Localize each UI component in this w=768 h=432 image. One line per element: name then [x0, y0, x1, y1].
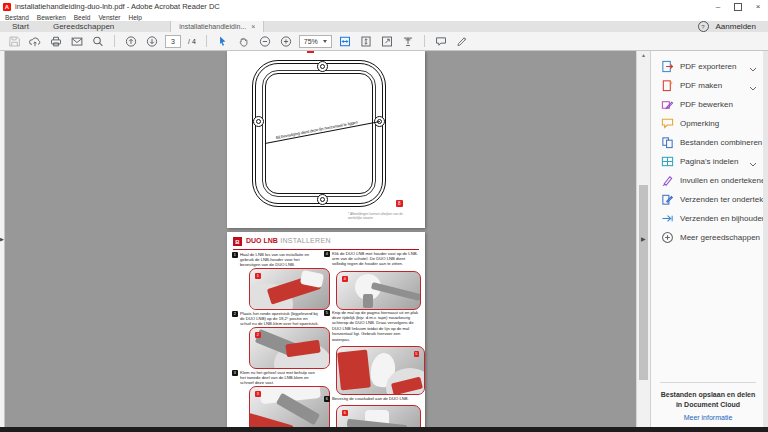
page-number-input[interactable]: 3	[165, 35, 181, 48]
sign-in-button[interactable]: Aanmelden	[716, 22, 756, 31]
print-icon[interactable]	[48, 34, 64, 49]
scroll-up-icon[interactable]: ▲	[637, 51, 650, 60]
main-toolbar: 3 / 4 75%	[0, 32, 768, 51]
more-tools-icon	[661, 231, 674, 244]
step-number: 4	[324, 251, 330, 257]
chevron-down-icon[interactable]	[749, 153, 757, 171]
tab-close-icon[interactable]: ×	[251, 23, 255, 30]
window-controls: – ×	[708, 0, 768, 13]
search-icon[interactable]	[90, 34, 106, 49]
title-bar: A installatiehandleiding-duo-lnb.pdf - A…	[0, 0, 768, 13]
tool-combine-files[interactable]: Bestanden combineren	[651, 133, 763, 152]
navigation-pane-strip: ▶	[0, 51, 5, 432]
step-text: Klem nu het geheel vast met behulp van h…	[240, 370, 319, 386]
section-title-strong: DUO LNB	[246, 237, 278, 244]
step-text: Knip de mal op de pagina hiernaast uit e…	[332, 310, 419, 343]
next-page-icon[interactable]	[144, 34, 160, 49]
tab-start[interactable]: Start	[0, 21, 41, 32]
chevron-down-icon[interactable]	[749, 77, 757, 95]
tool-label: Verzenden en bijhouden	[680, 214, 766, 223]
tool-export-pdf[interactable]: PDF exporteren	[651, 57, 763, 76]
menu-help[interactable]: Help	[128, 14, 141, 21]
tool-label: Bestanden combineren	[680, 138, 762, 147]
menu-bewerken[interactable]: Bewerken	[37, 14, 66, 21]
zoom-level-value: 75%	[304, 38, 318, 45]
tab-gereedschappen[interactable]: Gereedschappen	[41, 21, 126, 32]
tool-edit-pdf[interactable]: PDF bewerken	[651, 95, 763, 114]
tool-create-pdf[interactable]: PDF maken	[651, 76, 763, 95]
share-cloud-icon[interactable]	[27, 34, 43, 49]
photo-number-badge: 2	[255, 332, 261, 338]
step-photo-3: 3	[249, 386, 330, 432]
tabbar-right-group: ? Aanmelden	[698, 21, 768, 32]
select-tool-icon[interactable]	[215, 34, 231, 49]
zoom-dropdown-arrow-icon	[323, 40, 327, 43]
screw-left-icon	[253, 116, 264, 127]
tool-label: PDF maken	[680, 81, 722, 90]
menu-beeld[interactable]: Beeld	[74, 14, 91, 21]
navigation-pane-expand-icon[interactable]: ▶	[0, 237, 4, 242]
close-button[interactable]: ×	[748, 0, 768, 13]
step-text: Klik de DUO LNB met houder vast op de LN…	[332, 251, 419, 267]
zoom-out-icon[interactable]	[257, 34, 273, 49]
fill-sign-pen-icon	[661, 174, 674, 187]
step-number: 2	[232, 311, 238, 317]
step-number: 1	[232, 252, 238, 258]
toolbar-separator	[424, 35, 425, 47]
tool-more-tools[interactable]: Meer gereedschappen	[651, 228, 763, 247]
previous-page-icon[interactable]	[123, 34, 139, 49]
screw-bottom-icon	[317, 194, 328, 205]
menu-venster[interactable]: Venster	[98, 14, 120, 21]
fullscreen-icon[interactable]	[379, 34, 395, 49]
tool-send-for-signature[interactable]: Verzenden ter ondertekening	[651, 190, 763, 209]
tab-document-active[interactable]: installatiehandleidin... ×	[170, 21, 264, 32]
step-number: 5	[324, 310, 330, 316]
step-text: Haal de LNB los van uw installatie en ge…	[240, 252, 319, 268]
send-track-icon	[661, 212, 674, 225]
hand-tool-icon[interactable]	[236, 34, 252, 49]
cloud-footer-text: Bestanden opslaan en delen in Document C…	[660, 390, 756, 409]
bottom-edge-bar	[0, 427, 768, 432]
help-icon[interactable]: ?	[698, 21, 709, 32]
step-photo-1: 1	[249, 268, 330, 310]
email-icon[interactable]	[69, 34, 85, 49]
photo-number-badge: 3	[255, 391, 261, 397]
tab-document-label: installatiehandleidin...	[179, 23, 246, 30]
tool-label: PDF exporteren	[680, 62, 736, 71]
footnote-text: * Afbeeldingen kunnen afwijken van de we…	[348, 212, 414, 220]
photo-number-badge: 5	[414, 351, 420, 357]
tool-send-track[interactable]: Verzenden en bijhouden	[651, 209, 763, 228]
window-title: installatiehandleiding-duo-lnb.pdf - Ado…	[15, 2, 708, 11]
tab-bar: Start Gereedschappen installatiehandleid…	[0, 21, 768, 32]
tool-comment[interactable]: Opmerking	[651, 114, 763, 133]
organize-pages-icon	[661, 155, 674, 168]
tool-organize-pages[interactable]: Pagina's indelen	[651, 152, 763, 171]
step-text: Plaats het ronde opzetstuk (bijgeleverd …	[240, 311, 319, 327]
zoom-in-icon[interactable]	[278, 34, 294, 49]
scrollbar-thumb[interactable]	[639, 185, 648, 380]
comment-icon[interactable]	[433, 34, 449, 49]
comment-bubble-icon	[661, 117, 674, 130]
maximize-button[interactable]	[728, 0, 748, 13]
save-icon[interactable]	[6, 34, 22, 49]
tool-label: Opmerking	[680, 119, 719, 128]
edit-pdf-icon	[661, 98, 674, 111]
sign-pencil-icon[interactable]	[454, 34, 470, 49]
photo-number-badge: 6	[342, 410, 348, 416]
minimize-button[interactable]: –	[708, 0, 728, 13]
tool-fill-sign[interactable]: Invullen en ondertekenen	[651, 171, 763, 190]
menu-bestand[interactable]: Bestand	[5, 14, 29, 21]
panel-scrollbar[interactable]	[763, 51, 768, 432]
step-photo-2: 2	[249, 327, 330, 369]
chevron-down-icon[interactable]	[749, 58, 757, 76]
tools-panel-collapse-icon[interactable]: ▶	[641, 236, 646, 242]
zoom-level-dropdown[interactable]: 75%	[299, 35, 332, 48]
fit-width-icon[interactable]	[337, 34, 353, 49]
fit-page-icon[interactable]	[358, 34, 374, 49]
toolbar-separator	[206, 35, 207, 47]
document-viewer: Bij bevestiging dient deze lijn horizont…	[0, 51, 650, 432]
step-photo-4: 4	[336, 271, 421, 310]
more-info-link[interactable]: Meer informatie	[660, 414, 756, 421]
reading-mode-icon[interactable]	[400, 34, 416, 49]
tool-label: Invullen en ondertekenen	[680, 176, 768, 185]
